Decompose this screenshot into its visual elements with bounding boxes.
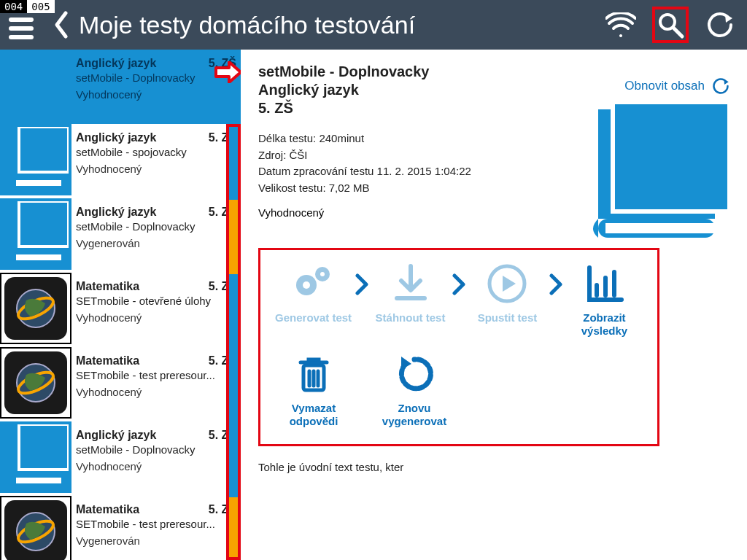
refresh-button[interactable] — [702, 7, 738, 43]
svg-rect-8 — [19, 127, 69, 172]
item-subject: Anglický jazyk — [76, 206, 156, 219]
item-subject: Matematika — [76, 280, 139, 293]
item-status: Vyhodnocený — [76, 460, 236, 472]
book-icon — [0, 198, 71, 270]
item-source: SETmobile - test preresour... — [76, 369, 236, 381]
list-item[interactable]: Matematika5. ZŠSETmobile - test preresou… — [0, 347, 241, 421]
item-subject: Anglický jazyk — [76, 57, 156, 70]
detail-title-1: setMobile - Doplnovacky — [258, 63, 430, 79]
refresh-content-button[interactable]: Obnovit obsah — [624, 77, 729, 95]
item-subject: Matematika — [76, 354, 139, 368]
back-button[interactable] — [53, 10, 74, 39]
item-status: Vyhodnocený — [76, 311, 236, 324]
item-source: setMobile - spojovacky — [76, 146, 236, 158]
list-item[interactable]: Anglický jazyk5. ZŠsetMobile - Doplnovac… — [0, 421, 241, 496]
selection-arrow-icon — [214, 61, 241, 86]
chevron-icon — [353, 260, 371, 295]
svg-marker-46 — [401, 357, 411, 370]
list-item[interactable]: Matematika5. ZŠSETmobile - test preresou… — [0, 496, 241, 560]
item-status: Vyhodnocený — [76, 386, 236, 398]
svg-rect-10 — [16, 180, 61, 186]
chevron-icon — [450, 260, 468, 295]
svg-rect-20 — [19, 424, 69, 470]
action-regenerate[interactable]: Znovu vygenerovat — [374, 351, 454, 428]
book-icon — [0, 124, 71, 195]
chevron-icon — [547, 260, 565, 295]
svg-marker-2 — [725, 14, 732, 23]
svg-point-33 — [320, 272, 325, 276]
action-generate[interactable]: Generovat test — [274, 260, 353, 324]
item-source: SETmobile - otevřené úlohy — [76, 295, 236, 307]
globe-icon — [0, 496, 71, 560]
download-icon — [371, 260, 450, 307]
item-grade: 5. ZŠ — [209, 354, 236, 368]
svg-marker-25 — [724, 79, 728, 85]
item-source: SETmobile - test preresour... — [76, 518, 236, 530]
actions-highlight: Generovat test — [258, 248, 659, 446]
svg-rect-14 — [16, 254, 61, 260]
list-item[interactable]: Matematika5. ZŠSETmobile - otevřené úloh… — [0, 273, 241, 347]
item-grade: 5. ZŠ — [209, 503, 236, 516]
item-grade: 5. ZŠ — [209, 131, 236, 144]
svg-rect-22 — [16, 478, 61, 483]
detail-title-2: Anglický jazyk — [258, 82, 359, 98]
globe-icon — [0, 347, 71, 419]
item-subject: Anglický jazyk — [76, 131, 156, 144]
trash-icon — [274, 351, 354, 397]
item-source: setMobile - Doplnovacky — [76, 71, 236, 84]
item-status: Vygenerován — [76, 237, 236, 249]
detail-title-3: 5. ZŠ — [258, 100, 293, 116]
item-status: Vygenerován — [76, 534, 236, 547]
chart-icon — [565, 260, 644, 307]
book-icon — [584, 102, 729, 248]
item-source: setMobile - Doplnovacky — [76, 443, 236, 456]
svg-line-1 — [673, 28, 682, 36]
globe-icon — [0, 273, 71, 344]
search-button[interactable] — [652, 7, 689, 43]
list-item[interactable]: Anglický jazyk5. ZŠsetMobile - Doplnovac… — [0, 50, 241, 124]
item-status: Vyhodnocený — [76, 88, 236, 101]
action-download[interactable]: Stáhnout test — [371, 260, 450, 324]
play-icon — [468, 260, 547, 307]
item-subject: Matematika — [76, 503, 139, 516]
svg-rect-27 — [613, 102, 729, 211]
item-source: setMobile - Doplnovacky — [76, 220, 236, 233]
item-grade: 5. ZŠ — [209, 429, 236, 442]
list-item[interactable]: Anglický jazyk5. ZŠsetMobile - Doplnovac… — [0, 198, 241, 273]
book-icon — [0, 421, 71, 493]
timecodes: 004005 — [0, 0, 55, 13]
wifi-icon — [603, 7, 639, 43]
svg-marker-37 — [503, 276, 516, 292]
menu-button[interactable] — [9, 14, 38, 43]
action-run[interactable]: Spustit test — [468, 260, 547, 324]
list-item[interactable]: Anglický jazyk5. ZŠsetMobile - spojovack… — [0, 124, 241, 198]
item-grade: 5. ZŠ — [209, 280, 236, 293]
page-title: Moje testy domácího testování — [79, 11, 603, 39]
svg-rect-29 — [605, 223, 715, 233]
undo-icon — [374, 351, 454, 397]
item-status: Vyhodnocený — [76, 163, 236, 175]
svg-rect-12 — [19, 201, 69, 246]
intro-text: Tohle je úvodní text testu, kter — [258, 461, 729, 473]
svg-point-31 — [303, 281, 310, 289]
gears-icon — [274, 260, 353, 307]
item-subject: Anglický jazyk — [76, 429, 156, 442]
action-results[interactable]: Zobrazit výsledky — [565, 260, 644, 338]
action-clear[interactable]: Vymazat odpovědi — [274, 351, 354, 428]
item-grade: 5. ZŠ — [209, 206, 236, 219]
